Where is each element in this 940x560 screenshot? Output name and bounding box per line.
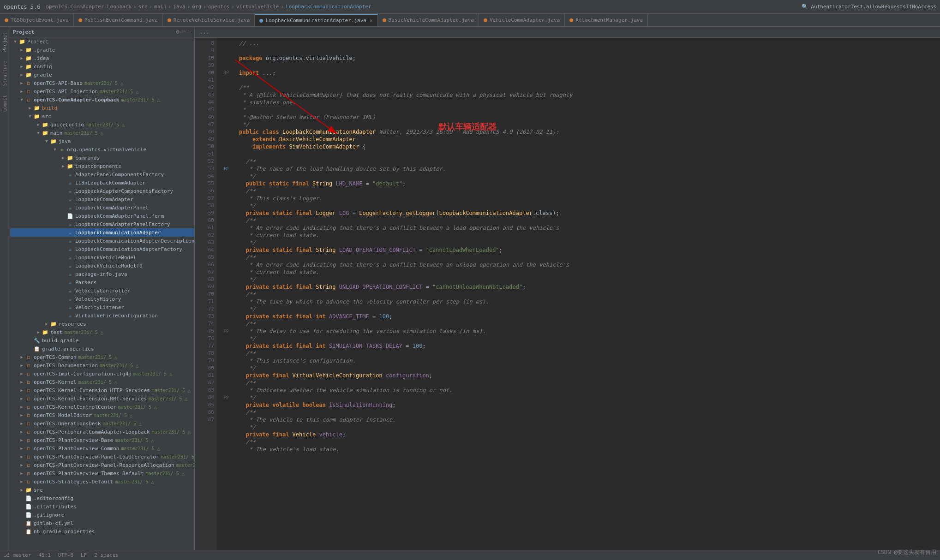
code-content[interactable]: 默认车辆适配器 // ... package org.opentcs.virtu… (235, 38, 940, 550)
tree-item-loopback-panel-factory[interactable]: ☕ LoopbackCommAdapterPanelFactory (10, 220, 194, 228)
tree-item-project-root[interactable]: 📁 Project (10, 37, 194, 46)
tree-item-package-info[interactable]: ☕ package-info.java (10, 270, 194, 278)
tree-item-idea[interactable]: 📁 .idea (10, 54, 194, 62)
code-line-69: */ (239, 305, 936, 313)
code-line-77: */ (239, 364, 936, 372)
tree-item-loopback-communication-adapter[interactable]: ☕ LoopbackCommunicationAdapter (10, 228, 194, 237)
tree-item-gitattributes[interactable]: 📄 .gitattributes (10, 502, 194, 511)
tree-item-inputcomponents[interactable]: 📁 inputcomponents (10, 162, 194, 170)
vtab-structure[interactable]: Structure (1, 57, 8, 89)
tree-item-api-base[interactable]: ◻ openTCS-API-Base master23i/ 5 △ (10, 79, 194, 87)
tree-item-gitignore[interactable]: 📄 .gitignore (10, 511, 194, 519)
tree-item-commadapter-loopback[interactable]: ◻ openTCS-CommAdapter-Loopback master23i… (10, 95, 194, 104)
tree-item-config[interactable]: 📁 config (10, 62, 194, 71)
code-line-83: /** (239, 409, 936, 416)
tree-item-nb-gradle[interactable]: 📋 nb-gradle-properties (10, 527, 194, 536)
tree-item-guiceconfig[interactable]: 📁 guiceConfig master23i/ 5 △ (10, 120, 194, 129)
gear-icon[interactable]: ⚙ (176, 29, 179, 35)
tree-item-loopback-vehicle-model[interactable]: ☕ LoopbackVehicleModel (10, 253, 194, 262)
code-line-46: extends BasicVehicleCommAdapter (239, 136, 936, 143)
settings-icon[interactable]: ≡ (182, 29, 186, 35)
tree-item-java[interactable]: 📁 java (10, 137, 194, 145)
yaml-icon: 📋 (25, 519, 32, 527)
tree-item-model-editor[interactable]: ◻ openTCS-ModelEditor master23i/ 5 △ (10, 411, 194, 419)
minimize-icon[interactable]: — (188, 29, 192, 35)
tree-item-ops-desk[interactable]: ◻ openTCS-OperationsDesk master23i/ 5 △ (10, 419, 194, 428)
tree-item-common[interactable]: ◻ openTCS-Common master23i/ 5 △ (10, 353, 194, 361)
top-bar: opentcs 5.6 openTCS-CommAdapter-Loopback… (0, 0, 940, 14)
tree-item-documentation[interactable]: ◻ openTCS-Documentation master23i/ 5 △ (10, 361, 194, 369)
tree-item-loopback-comm-adapter[interactable]: ☕ LoopbackCommAdapter (10, 195, 194, 203)
tab-vehicle-comm-adapter[interactable]: VehicleCommAdapter.java (479, 14, 565, 27)
java-file-icon: ☕ (66, 204, 74, 211)
tree-item-src[interactable]: 📁 src (10, 112, 194, 120)
tree-item-virtual-vehicle-config[interactable]: ☕ VirtualVehicleConfiguration (10, 311, 194, 320)
tree-item-plant-common[interactable]: ◻ openTCS-PlantOverview-Common master23i… (10, 444, 194, 453)
tree-item-velocity-listener[interactable]: ☕ VelocityListener (10, 303, 194, 311)
code-line-57: /** (239, 217, 936, 224)
tree-item-kernel-http[interactable]: ◻ openTCS-Kernel-Extension-HTTP-Services… (10, 386, 194, 394)
vtab-project[interactable]: Project (1, 29, 8, 55)
code-line-86: private final Vehicle vehicle; (239, 431, 936, 438)
tree-item-main[interactable]: 📁 main master23i/ 5 △ (10, 129, 194, 137)
tree-item-plant-base[interactable]: ◻ openTCS-PlantOverview-Base master23i/ … (10, 436, 194, 444)
code-line-44: */ (239, 121, 936, 128)
tree-item-package[interactable]: ◈ org.opentcs.virtualvehicle (10, 145, 194, 154)
module-icon: ◻ (25, 353, 32, 361)
code-line-8: // ... (239, 40, 936, 47)
tree-item-kernel-rmi[interactable]: ◻ openTCS-Kernel-Extension-RMI-Services … (10, 394, 194, 403)
tab-icon (484, 18, 487, 22)
tree-item-commands[interactable]: 📁 commands (10, 154, 194, 162)
code-line-67: /** (239, 291, 936, 298)
tree-item-adapter-panel-factory[interactable]: ☕ AdapterPanelComponentsFactory (10, 170, 194, 179)
vtab-commit[interactable]: Commit (1, 91, 8, 115)
tab-basic-vehicle-comm-adapter[interactable]: BasicVehicleCommAdapter.java (378, 14, 479, 27)
tree-item-strategies[interactable]: ◻ openTCS-Strategies-Default master23i/ … (10, 477, 194, 486)
authenticator-text: AuthenticatorTest.allowRequestsIfNoAcces… (811, 4, 936, 10)
tree-item-gradle-properties[interactable]: 📋 gradle.properties (10, 345, 194, 353)
tree-item-src-root[interactable]: 📁 src (10, 486, 194, 494)
tree-item-i18n[interactable]: ☕ I18nLoopbackCommAdapter (10, 179, 194, 187)
tree-item-gradle-folder[interactable]: 📁 gradle (10, 71, 194, 79)
expand-arrow (18, 396, 25, 401)
folder-icon: 📁 (33, 113, 41, 120)
package-icon: ◈ (58, 146, 66, 153)
tab-attachment-manager[interactable]: AttachmentManager.java (565, 14, 648, 27)
expand-arrow (43, 139, 50, 143)
tree-item-loopback-panel-form[interactable]: 📄 LoopbackCommAdapterPanel.form (10, 212, 194, 220)
tree-item-build-gradle[interactable]: 🔧 build.gradle (10, 336, 194, 345)
tab-publish-event-command[interactable]: PublishEventCommand.java (74, 14, 163, 27)
tab-remote-vehicle-service[interactable]: RemoteVehicleService.java (163, 14, 255, 27)
tree-item-test[interactable]: 📁 test master23i/ 5 △ (10, 328, 194, 336)
tree-item-loopback-vehicle-model-to[interactable]: ☕ LoopbackVehicleModelTO (10, 262, 194, 270)
tree-item-gitlab-ci[interactable]: 📋 gitlab-ci.yml (10, 519, 194, 527)
tree-item-parsers[interactable]: ☕ Parsers (10, 278, 194, 286)
tree-item-resources[interactable]: 📁 resources (10, 320, 194, 328)
module-icon: ◻ (25, 411, 32, 419)
tree-item-kernel[interactable]: ◻ openTCS-Kernel master23i/ 5 △ (10, 378, 194, 386)
tree-item-kernel-control[interactable]: ◻ openTCS-KernelControlCenter master23i/… (10, 403, 194, 411)
tree-item-loopback-panel[interactable]: ☕ LoopbackCommAdapterPanel (10, 203, 194, 212)
line-numbers: 8 9 10 39 40 41 42 43 44 45 46 47 48 49 … (195, 38, 217, 550)
toolbar-back[interactable]: ... (198, 29, 210, 36)
tab-tcs-object-event[interactable]: TCSObjectEvent.java (0, 14, 74, 27)
code-line-54: * This class's Logger. (239, 195, 936, 202)
tree-item-gradle[interactable]: 📁 .gradle (10, 46, 194, 54)
tree-item-editorconfig[interactable]: 📄 .editorconfig (10, 494, 194, 502)
expand-arrow (18, 97, 25, 102)
tree-item-loopback-factory[interactable]: ☕ LoopbackCommunicationAdapterFactory (10, 245, 194, 253)
tree-item-loopback-adapter-components[interactable]: ☕ LoopbackAdapterComponentsFactory (10, 187, 194, 195)
tree-item-plant-resource[interactable]: ◻ openTCS-PlantOverview-Panel-ResourceAl… (10, 461, 194, 469)
code-line-64: * current load state. (239, 268, 936, 276)
tree-item-api-injection[interactable]: ◻ openTCS-API-Injection master23i/ 5 △ (10, 87, 194, 95)
tree-item-peripheral-loopback[interactable]: ◻ openTCS-PeripheralCommAdapter-Loopback… (10, 428, 194, 436)
tree-item-loopback-description[interactable]: ☕ LoopbackCommunicationAdapterDescriptio… (10, 237, 194, 245)
tree-item-velocity-history[interactable]: ☕ VelocityHistory (10, 295, 194, 303)
tree-item-plant-themes[interactable]: ◻ openTCS-PlantOverview-Themes-Default m… (10, 469, 194, 477)
tab-loopback-communication-adapter[interactable]: LoopbackCommunicationAdapter.java ✕ (255, 14, 377, 27)
module-icon: ◻ (25, 470, 32, 477)
tree-item-impl-cfg4j[interactable]: ◻ openTCS-Impl-Configuration-cfg4j maste… (10, 369, 194, 378)
tree-item-plant-load-gen[interactable]: ◻ openTCS-PlantOverview-Panel-LoadGenera… (10, 453, 194, 461)
tree-item-velocity-controller[interactable]: ☕ VelocityController (10, 286, 194, 295)
tree-item-build[interactable]: 📁 build (10, 104, 194, 112)
